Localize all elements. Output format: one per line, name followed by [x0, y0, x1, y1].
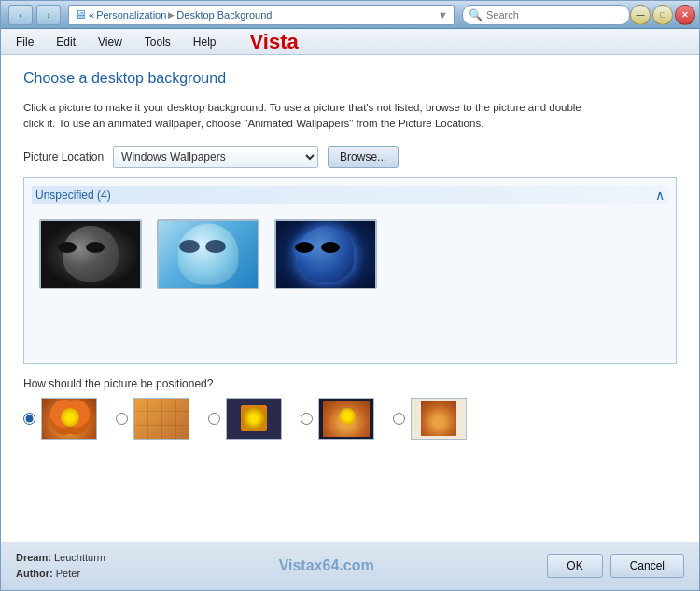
back-button[interactable]: ‹: [8, 5, 33, 25]
position-option-center[interactable]: [208, 398, 282, 440]
position-thumb-fill: [41, 398, 97, 440]
thumbnail-alien2[interactable]: [157, 219, 259, 289]
window-controls: — □ ✕: [630, 5, 695, 25]
breadcrumb-icon: 🖥: [75, 7, 87, 21]
close-button[interactable]: ✕: [675, 5, 695, 25]
thumbnail-alien3[interactable]: [274, 219, 377, 289]
minimize-button[interactable]: —: [630, 5, 651, 25]
breadcrumb: 🖥 « Personalization ▶ Desktop Background…: [68, 5, 455, 25]
search-icon: 🔍: [469, 8, 483, 21]
forward-button[interactable]: ›: [36, 5, 61, 25]
gallery-collapse-btn[interactable]: ∧: [655, 188, 665, 203]
dream-label: Dream:: [16, 552, 51, 563]
search-input[interactable]: [486, 9, 617, 21]
author-label: Author:: [16, 568, 53, 579]
position-radio-center[interactable]: [208, 413, 220, 425]
maximize-button[interactable]: □: [652, 5, 673, 25]
thumbnail-list: [32, 212, 668, 297]
browse-button[interactable]: Browse...: [328, 146, 399, 168]
search-bar: 🔍: [462, 5, 630, 25]
dream-value: Leuchtturm: [54, 552, 105, 563]
position-radio-fill[interactable]: [23, 413, 35, 425]
menu-view[interactable]: View: [91, 33, 130, 51]
breadcrumb-part1[interactable]: Personalization: [96, 9, 166, 21]
author-value: Peter: [56, 568, 80, 579]
position-radio-stretch[interactable]: [301, 413, 313, 425]
bottom-info: Dream: Leuchtturm Author: Peter: [16, 550, 105, 583]
breadcrumb-dropdown[interactable]: ▼: [438, 9, 448, 21]
author-line: Author: Peter: [16, 566, 105, 583]
title-bar: ‹ › 🖥 « Personalization ▶ Desktop Backgr…: [1, 1, 699, 29]
menu-tools[interactable]: Tools: [137, 33, 178, 51]
menu-file[interactable]: File: [8, 33, 41, 51]
breadcrumb-part2: Desktop Background: [176, 9, 272, 21]
position-thumb-center: [226, 398, 282, 440]
position-option-fit[interactable]: [393, 398, 467, 440]
bottom-buttons: OK Cancel: [547, 554, 684, 578]
content-area: Choose a desktop background Click a pict…: [1, 55, 699, 542]
position-thumb-tile: [133, 398, 189, 440]
positioning-section: How should the picture be positioned?: [23, 377, 677, 440]
menu-help[interactable]: Help: [186, 33, 224, 51]
title-bar-left: ‹ › 🖥 « Personalization ▶ Desktop Backgr…: [8, 5, 630, 25]
menu-bar: File Edit View Tools Help Vista: [1, 29, 699, 55]
position-radio-tile[interactable]: [116, 413, 128, 425]
thumbnail-alien1[interactable]: [39, 219, 142, 289]
position-option-fill[interactable]: [23, 398, 97, 440]
description-text: Click a picture to make it your desktop …: [23, 100, 583, 133]
watermark: Vistax64.com: [115, 557, 538, 574]
ok-button[interactable]: OK: [547, 554, 602, 578]
positioning-label: How should the picture be positioned?: [23, 377, 677, 390]
bottom-bar: Dream: Leuchtturm Author: Peter Vistax64…: [1, 542, 699, 590]
vista-watermark-top: Vista: [250, 30, 299, 54]
position-thumb-stretch: [318, 398, 374, 440]
location-row: Picture Location Windows Wallpapers Brow…: [23, 146, 677, 168]
main-window: ‹ › 🖥 « Personalization ▶ Desktop Backgr…: [0, 0, 700, 591]
gallery-container: Unspecified (4) ∧: [23, 177, 677, 364]
breadcrumb-root: «: [89, 9, 94, 21]
breadcrumb-sep: ▶: [168, 10, 175, 20]
dream-line: Dream: Leuchtturm: [16, 550, 105, 567]
gallery-title: Unspecified (4): [35, 189, 111, 202]
positioning-options: [23, 398, 677, 440]
page-title: Choose a desktop background: [23, 70, 677, 87]
menu-edit[interactable]: Edit: [49, 33, 83, 51]
position-thumb-fit: [411, 398, 467, 440]
position-option-stretch[interactable]: [301, 398, 374, 440]
location-label: Picture Location: [23, 150, 104, 163]
position-option-tile[interactable]: [116, 398, 189, 440]
gallery-header: Unspecified (4) ∧: [32, 186, 668, 204]
cancel-button[interactable]: Cancel: [610, 554, 684, 578]
position-radio-fit[interactable]: [393, 413, 405, 425]
location-select[interactable]: Windows Wallpapers: [113, 146, 318, 168]
